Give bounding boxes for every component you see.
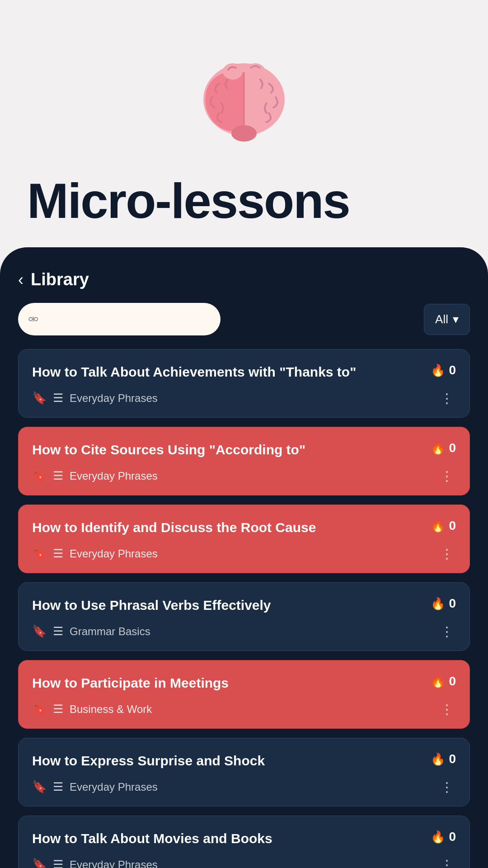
lesson-card-bottom: 🔖 ☰ Business & Work ⋮ xyxy=(32,699,456,719)
lesson-meta: 🔖 ☰ Grammar Basics xyxy=(32,624,150,638)
lesson-card-bottom: 🔖 ☰ Everyday Phrases ⋮ xyxy=(32,543,456,564)
flame-icon: 🔥 xyxy=(431,675,445,689)
more-options-icon[interactable]: ⋮ xyxy=(438,543,456,564)
flame-number: 0 xyxy=(449,752,456,766)
library-title: Library xyxy=(31,270,89,289)
hero-section: Micro-lessons xyxy=(0,0,488,265)
list-icon: ☰ xyxy=(53,469,63,483)
flame-icon: 🔥 xyxy=(431,597,445,611)
more-options-icon[interactable]: ⋮ xyxy=(438,621,456,642)
bookmark-icon: 🔖 xyxy=(32,702,47,716)
lesson-meta: 🔖 ☰ Everyday Phrases xyxy=(32,780,158,794)
flame-icon: 🔥 xyxy=(431,363,445,377)
filter-label: All xyxy=(435,312,448,326)
brain-icon xyxy=(194,54,294,145)
lesson-card-top: How to Talk About Achievements with "Tha… xyxy=(32,363,456,381)
library-header: ‹ Library xyxy=(18,270,470,289)
filter-dropdown[interactable]: All ▾ xyxy=(424,304,470,335)
list-icon: ☰ xyxy=(53,391,63,405)
lesson-meta: 🔖 ☰ Everyday Phrases xyxy=(32,469,158,483)
lesson-category: Everyday Phrases xyxy=(70,781,158,793)
lesson-card-top: How to Express Surprise and Shock 🔥 0 xyxy=(32,752,456,769)
lesson-flame-count: 🔥 0 xyxy=(431,596,456,611)
lesson-card[interactable]: How to Express Surprise and Shock 🔥 0 🔖 … xyxy=(18,738,470,807)
lesson-category: Everyday Phrases xyxy=(70,470,158,482)
lessons-list: How to Talk About Achievements with "Tha… xyxy=(18,349,470,868)
lesson-card-top: How to Use Phrasal Verbs Effectively 🔥 0 xyxy=(32,596,456,614)
lesson-flame-count: 🔥 0 xyxy=(431,752,456,766)
flame-number: 0 xyxy=(449,363,456,377)
bookmark-icon: 🔖 xyxy=(32,624,47,638)
app-title: Micro-lessons xyxy=(0,172,488,229)
lesson-flame-count: 🔥 0 xyxy=(431,441,456,455)
lesson-meta: 🔖 ☰ Everyday Phrases xyxy=(32,391,158,405)
lesson-card-bottom: 🔖 ☰ Everyday Phrases ⋮ xyxy=(32,466,456,486)
lesson-card[interactable]: How to Talk About Movies and Books 🔥 0 🔖… xyxy=(18,816,470,868)
list-icon: ☰ xyxy=(53,624,63,638)
search-input[interactable] xyxy=(18,303,221,335)
list-icon: ☰ xyxy=(53,780,63,794)
bookmark-icon: 🔖 xyxy=(32,858,47,868)
lesson-card[interactable]: How to Participate in Meetings 🔥 0 🔖 ☰ B… xyxy=(18,660,470,729)
back-button[interactable]: ‹ xyxy=(18,270,23,289)
lesson-card[interactable]: How to Use Phrasal Verbs Effectively 🔥 0… xyxy=(18,582,470,651)
lesson-meta: 🔖 ☰ Everyday Phrases xyxy=(32,858,158,868)
lesson-flame-count: 🔥 0 xyxy=(431,674,456,689)
bookmark-icon: 🔖 xyxy=(32,780,47,794)
lesson-card[interactable]: How to Identify and Discuss the Root Cau… xyxy=(18,505,470,573)
flame-number: 0 xyxy=(449,441,456,455)
bookmark-icon: 🔖 xyxy=(32,547,47,561)
svg-point-3 xyxy=(223,63,243,80)
lesson-card-top: How to Identify and Discuss the Root Cau… xyxy=(32,519,456,536)
list-icon: ☰ xyxy=(53,547,63,561)
more-options-icon[interactable]: ⋮ xyxy=(438,466,456,486)
lesson-title: How to Identify and Discuss the Root Cau… xyxy=(32,519,431,536)
lesson-category: Grammar Basics xyxy=(70,625,150,638)
flame-number: 0 xyxy=(449,830,456,844)
more-options-icon[interactable]: ⋮ xyxy=(438,777,456,797)
lesson-card-top: How to Participate in Meetings 🔥 0 xyxy=(32,674,456,692)
lesson-card-bottom: 🔖 ☰ Everyday Phrases ⋮ xyxy=(32,854,456,868)
lesson-flame-count: 🔥 0 xyxy=(431,519,456,533)
list-icon: ☰ xyxy=(53,858,63,868)
more-options-icon[interactable]: ⋮ xyxy=(438,699,456,719)
lesson-card-bottom: 🔖 ☰ Everyday Phrases ⋮ xyxy=(32,777,456,797)
lesson-card-top: How to Talk About Movies and Books 🔥 0 xyxy=(32,830,456,847)
more-options-icon[interactable]: ⋮ xyxy=(438,388,456,408)
flame-icon: 🔥 xyxy=(431,441,445,455)
lesson-category: Everyday Phrases xyxy=(70,547,158,560)
flame-icon: 🔥 xyxy=(431,752,445,766)
lesson-title: How to Talk About Movies and Books xyxy=(32,830,431,847)
list-icon: ☰ xyxy=(53,702,63,716)
flame-icon: 🔥 xyxy=(431,519,445,533)
flame-number: 0 xyxy=(449,519,456,533)
library-section: ‹ Library ⚮ All ▾ How to Talk About Achi… xyxy=(0,247,488,868)
lesson-card-bottom: 🔖 ☰ Everyday Phrases ⋮ xyxy=(32,388,456,408)
lesson-flame-count: 🔥 0 xyxy=(431,830,456,844)
lesson-title: How to Express Surprise and Shock xyxy=(32,752,431,769)
lesson-title: How to Participate in Meetings xyxy=(32,674,431,692)
search-icon: ⚮ xyxy=(28,312,38,327)
flame-icon: 🔥 xyxy=(431,830,445,844)
lesson-category: Business & Work xyxy=(70,703,152,716)
lesson-meta: 🔖 ☰ Everyday Phrases xyxy=(32,547,158,561)
lesson-flame-count: 🔥 0 xyxy=(431,363,456,377)
more-options-icon[interactable]: ⋮ xyxy=(438,854,456,868)
lesson-category: Everyday Phrases xyxy=(70,859,158,868)
search-row: ⚮ All ▾ xyxy=(18,303,470,335)
bookmark-icon: 🔖 xyxy=(32,469,47,483)
flame-number: 0 xyxy=(449,596,456,611)
lesson-card[interactable]: How to Talk About Achievements with "Tha… xyxy=(18,349,470,418)
lesson-category: Everyday Phrases xyxy=(70,392,158,405)
bookmark-icon: 🔖 xyxy=(32,391,47,405)
lesson-card-top: How to Cite Sources Using "According to"… xyxy=(32,441,456,458)
lesson-card-bottom: 🔖 ☰ Grammar Basics ⋮ xyxy=(32,621,456,642)
lesson-title: How to Cite Sources Using "According to" xyxy=(32,441,431,458)
search-wrapper: ⚮ xyxy=(18,303,417,335)
flame-number: 0 xyxy=(449,674,456,689)
lesson-title: How to Talk About Achievements with "Tha… xyxy=(32,363,431,381)
lesson-meta: 🔖 ☰ Business & Work xyxy=(32,702,152,716)
lesson-title: How to Use Phrasal Verbs Effectively xyxy=(32,596,431,614)
lesson-card[interactable]: How to Cite Sources Using "According to"… xyxy=(18,427,470,495)
filter-arrow-icon: ▾ xyxy=(453,312,459,326)
